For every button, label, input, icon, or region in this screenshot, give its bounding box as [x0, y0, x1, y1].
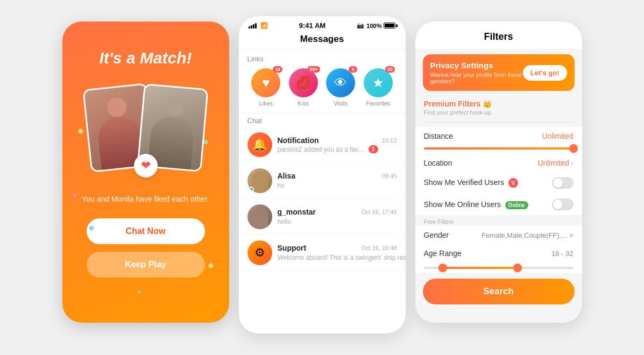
privacy-title: Privacy Settings [430, 61, 523, 70]
distance-slider-container [415, 145, 582, 154]
status-right: 📷 100% [357, 22, 395, 29]
gmonstar-avatar-img [247, 204, 272, 229]
distance-slider-track [424, 147, 574, 150]
chat-preview-alisa: ho [278, 182, 285, 189]
verified-toggle[interactable] [552, 177, 574, 189]
chat-content-gmonstar: g_monstar Oct 16, 17:45 hello [278, 208, 397, 226]
chat-item-alisa[interactable]: Alisa 09:45 ho [239, 163, 406, 199]
visits-badge: 5 [349, 66, 357, 73]
online-label: Show Me Online Users Online [424, 200, 528, 209]
free-filters-label: Free Filters [415, 215, 582, 226]
gender-row[interactable]: Gender Female,Male,Couple(FF),... > [415, 226, 582, 244]
battery-fill [385, 24, 394, 27]
location-label: Location [424, 159, 452, 167]
chat-preview-gmonstar: hello [278, 218, 291, 225]
chat-time-gmonstar: Oct 16, 17:45 [361, 209, 397, 215]
battery-icon [384, 23, 395, 29]
confetti-1 [77, 129, 83, 134]
unread-badge-notification: 1 [369, 145, 378, 153]
chat-content-notification: Notification 10:12 paralos2 added you as… [278, 136, 397, 153]
avatar-alisa [247, 168, 272, 193]
distance-value: Unlimited [542, 132, 573, 140]
premium-title-text: Premium Filters 👑 [424, 100, 492, 108]
signal-icon [249, 23, 257, 29]
kiss-link[interactable]: 💋 99+ Kiss [289, 68, 318, 106]
chat-time-alisa: 09:45 [382, 173, 397, 179]
chat-preview-support: Welcome aboard! This is a swingers' ship… [278, 254, 406, 261]
avatar-gmonstar [247, 204, 272, 229]
chat-name-support: Support [278, 244, 307, 252]
distance-slider-thumb[interactable] [569, 144, 578, 153]
age-thumb-left[interactable] [438, 264, 447, 272]
filters-header: Filters [415, 22, 582, 49]
chat-now-button[interactable]: Chat Now [87, 218, 205, 244]
age-slider-container [415, 262, 582, 273]
distance-label: Distance [424, 132, 453, 140]
avatar-support: ⚙ [247, 240, 272, 265]
favorites-bubble: ★ 20 [364, 68, 393, 97]
confetti-5 [73, 194, 76, 197]
status-bar: 📶 9:41 AM 📷 100% [239, 16, 406, 32]
online-toggle-knob [553, 200, 563, 209]
chat-time-support: Oct 16, 10:48 [361, 245, 397, 251]
divider-1 [424, 122, 574, 123]
likes-badge: 15 [273, 66, 282, 73]
premium-section: Premium Filters 👑 Find your prefect hook… [415, 96, 582, 118]
chat-name-gmonstar: g_monstar [278, 208, 316, 216]
age-thumb-right[interactable] [513, 264, 522, 272]
verified-label: Show Me Verified Users V [424, 178, 518, 188]
alisa-online-dot [249, 187, 254, 192]
chat-item-gmonstar[interactable]: g_monstar Oct 16, 17:45 hello [239, 199, 406, 235]
age-row: Age Range 18 - 32 [415, 244, 582, 262]
online-badge: Online [505, 201, 528, 209]
location-row[interactable]: Location Unlimited › [415, 154, 582, 172]
chat-preview-notification: paralos2 added you as a favorite. [278, 146, 366, 153]
kiss-label: Kiss [298, 100, 309, 106]
visits-icon: 👁 [334, 75, 347, 90]
status-left: 📶 [249, 22, 268, 29]
privacy-btn[interactable]: Let's go! [523, 65, 567, 81]
heart-icon: ❤ [141, 159, 151, 173]
likes-label: Likes [259, 100, 273, 106]
likes-link[interactable]: ♥ 15 Likes [251, 68, 280, 106]
battery-percent: 100% [366, 23, 381, 29]
chat-content-alisa: Alisa 09:45 ho [278, 172, 397, 190]
filters-screen: Filters Privacy Settings Wanna hide your… [415, 22, 582, 323]
likes-icon: ♥ [262, 75, 270, 90]
kiss-badge: 99+ [307, 66, 320, 73]
chat-preview-row-notification: paralos2 added you as a favorite. 1 [278, 145, 397, 153]
premium-title: Premium Filters 👑 [424, 100, 574, 108]
age-label: Age Range [424, 249, 462, 258]
location-chevron: › [571, 159, 574, 167]
location-value: Unlimited › [537, 159, 573, 167]
favorites-badge: 20 [385, 66, 395, 73]
online-toggle[interactable] [552, 198, 574, 210]
links-icons: ♥ 15 Likes 💋 99+ Kiss 👁 [247, 68, 397, 106]
visits-link[interactable]: 👁 5 Visits [326, 68, 355, 106]
age-value: 18 - 32 [551, 250, 573, 258]
match-title: It's a Match! [99, 48, 192, 68]
messages-header: Messages [239, 32, 406, 49]
bluetooth-icon: 📷 [357, 22, 364, 29]
keep-play-button[interactable]: Keep Play [87, 252, 205, 278]
kiss-bubble: 💋 99+ [289, 68, 318, 97]
gmonstar-silhouette [252, 208, 268, 229]
chat-name-notification: Notification [278, 136, 319, 145]
wifi-icon: 📶 [260, 22, 268, 29]
gender-label: Gender [424, 231, 449, 239]
chat-label: Chat [239, 113, 406, 127]
verified-badge: V [508, 178, 518, 188]
privacy-sub: Wanna hide your profile from these gende… [430, 72, 523, 84]
age-slider-fill [438, 267, 513, 269]
verified-label-text: Show Me Verified Users [424, 178, 504, 187]
distance-row: Distance Unlimited [415, 127, 582, 145]
search-button[interactable]: Search [423, 279, 575, 304]
verified-row: Show Me Verified Users V [415, 172, 582, 194]
visits-label: Visits [334, 100, 348, 106]
match-subtitle: You and Monila have liked each other. [82, 195, 209, 203]
chat-item-notification[interactable]: 🔔 Notification 10:12 paralos2 added you … [239, 127, 406, 163]
chat-item-support[interactable]: ⚙ Support Oct 16, 10:48 Welcome aboard! … [239, 235, 406, 271]
location-value-text: Unlimited [537, 159, 569, 167]
notification-icon: 🔔 [252, 138, 267, 152]
favorites-link[interactable]: ★ 20 Favorites [364, 68, 393, 106]
